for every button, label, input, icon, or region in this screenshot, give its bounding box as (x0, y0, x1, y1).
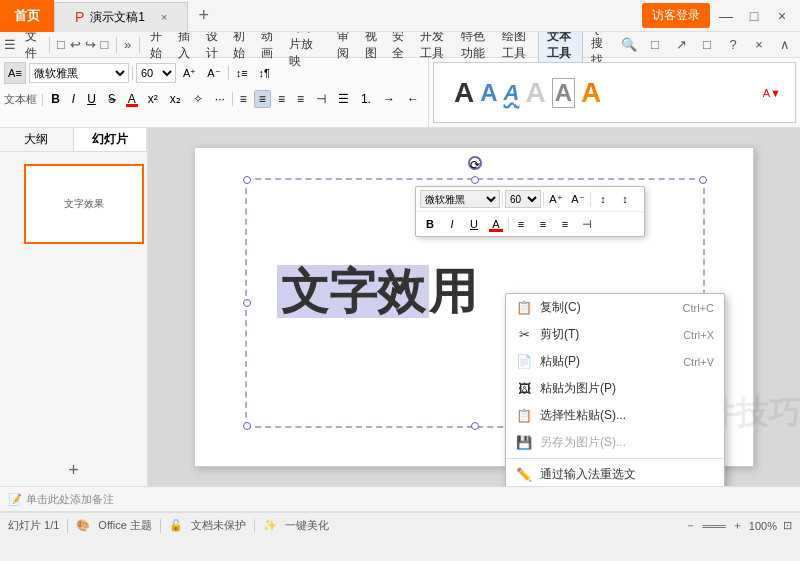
font-style-a4[interactable]: A (525, 79, 545, 107)
rotate-handle[interactable]: ⟳ (468, 156, 482, 170)
font-color-btn[interactable]: A (123, 90, 141, 108)
login-button[interactable]: 访客登录 (642, 3, 710, 28)
ft-underline-btn[interactable]: U (464, 215, 484, 233)
subscript-btn[interactable]: x₂ (165, 90, 186, 108)
ft-align-left-btn[interactable]: ≡ (511, 215, 531, 233)
text-frame-btn[interactable]: A≡ (4, 62, 26, 84)
justify-btn[interactable]: ≡ (292, 90, 309, 108)
zoom-in-btn[interactable]: ＋ (732, 518, 743, 533)
handle-bottom-center[interactable] (471, 422, 479, 430)
ft-size-select[interactable]: 60 (505, 190, 541, 208)
menu-icon-5[interactable]: » (121, 34, 134, 56)
ctx-paste-image[interactable]: 🖼 粘贴为图片(P) (506, 375, 724, 402)
toolbar-icon-1[interactable]: 🔍 (618, 34, 640, 56)
font-select[interactable]: 微软雅黑 (29, 63, 129, 83)
paste-image-icon: 🖼 (516, 381, 532, 397)
numbering-btn[interactable]: 1. (356, 90, 376, 108)
font-style-a1[interactable]: A (454, 79, 474, 107)
size-select[interactable]: 60 (136, 63, 176, 83)
handle-middle-left[interactable] (243, 299, 251, 307)
para-spacing-btn[interactable]: ↕¶ (255, 65, 274, 81)
align-right-btn[interactable]: ≡ (273, 90, 290, 108)
ft-align-right-btn[interactable]: ≡ (555, 215, 575, 233)
ft-lsp-btn[interactable]: ↕ (593, 190, 613, 208)
notes-icon: 📝 (8, 493, 22, 506)
tab-slides[interactable]: 幻灯片 (74, 128, 148, 151)
toolbar-icon-4[interactable]: □ (696, 34, 718, 56)
clear-format-btn[interactable]: ✧ (188, 90, 208, 108)
handle-bottom-left[interactable] (243, 422, 251, 430)
new-tab-button[interactable]: + (188, 5, 219, 26)
notes-bar[interactable]: 📝 单击此处添加备注 (0, 486, 800, 512)
indent-btn[interactable]: → (378, 90, 400, 108)
ctx-paste[interactable]: 📄 粘贴(P) Ctrl+V (506, 348, 724, 375)
bullet-btn[interactable]: ☰ (333, 90, 354, 108)
ctx-ime-reselect[interactable]: ✏️ 通过输入法重选文 (506, 461, 724, 486)
italic-btn[interactable]: I (67, 90, 80, 108)
highlight-btn[interactable]: x² (143, 90, 163, 108)
handle-top-left[interactable] (243, 176, 251, 184)
toolbar-icon-3[interactable]: ↗ (670, 34, 692, 56)
menu-expand-icon[interactable]: ☰ (4, 34, 17, 56)
font-style-a3[interactable]: A (504, 82, 520, 104)
zoom-slider[interactable]: ═══ (702, 520, 725, 532)
align-center-btn[interactable]: ≡ (254, 90, 271, 108)
add-slide-button[interactable]: + (62, 458, 86, 482)
slide-text-content[interactable]: 文字效用 (277, 260, 477, 324)
ctx-paste-special[interactable]: 📋 选择性粘贴(S)... (506, 402, 724, 429)
menu-icon-1[interactable]: □ (55, 34, 68, 56)
line-spacing-btn[interactable]: ↕≡ (232, 65, 252, 81)
menu-icon-3[interactable]: ↪ (84, 34, 97, 56)
close-button[interactable]: × (770, 6, 794, 26)
toolbar-icon-2[interactable]: □ (644, 34, 666, 56)
status-sep-2 (160, 519, 161, 533)
slide-thumb-text: 文字效果 (64, 197, 104, 211)
text-dir-btn[interactable]: ⊣ (311, 90, 331, 108)
toolbar-icon-7[interactable]: ∧ (774, 34, 796, 56)
align-left-btn[interactable]: ≡ (235, 90, 252, 108)
more-format-btn[interactable]: ··· (210, 90, 230, 108)
strikethrough-btn[interactable]: S̶ (103, 90, 121, 108)
minimize-button[interactable]: — (714, 6, 738, 26)
decrease-font-btn[interactable]: A⁻ (203, 65, 224, 82)
outdent-btn[interactable]: ← (402, 90, 424, 108)
title-bar: 首页 P 演示文稿1 × + 访客登录 — □ × (0, 0, 800, 32)
doc-tab-label: 演示文稿1 (90, 9, 145, 26)
ft-psp-btn[interactable]: ↕ (615, 190, 635, 208)
ctx-cut[interactable]: ✂ 剪切(T) Ctrl+X (506, 321, 724, 348)
increase-font-btn[interactable]: A⁺ (179, 65, 200, 82)
handle-top-right[interactable] (699, 176, 707, 184)
ft-align-center-btn[interactable]: ≡ (533, 215, 553, 233)
font-style-a5[interactable]: A (552, 78, 575, 108)
ft-grow-btn[interactable]: A⁺ (546, 190, 566, 208)
menu-icon-4[interactable]: □ (98, 34, 111, 56)
tab-outline[interactable]: 大纲 (0, 128, 74, 151)
ctx-copy[interactable]: 📋 复制(C) Ctrl+C (506, 294, 724, 321)
maximize-button[interactable]: □ (742, 6, 766, 26)
ime-icon: ✏️ (516, 467, 532, 483)
menu-icon-2[interactable]: ↩ (69, 34, 82, 56)
home-tab[interactable]: 首页 (0, 0, 54, 32)
font-style-a2[interactable]: A (480, 81, 497, 105)
ctx-ime-label: 通过输入法重选文 (540, 466, 636, 483)
ft-indent-btn[interactable]: ⊣ (577, 215, 597, 233)
ft-font-select[interactable]: 微软雅黑 (420, 190, 500, 208)
ft-shrink-btn[interactable]: A⁻ (568, 190, 588, 208)
tab-close-icon[interactable]: × (161, 11, 167, 23)
handle-top-center[interactable] (471, 176, 479, 184)
font-color-right-btn[interactable]: A▼ (759, 85, 785, 101)
slide-thumbnail[interactable]: 文字效果 (24, 164, 144, 244)
underline-btn[interactable]: U (82, 90, 101, 108)
toolbar-icon-6[interactable]: × (748, 34, 770, 56)
ft-color-btn[interactable]: A (486, 215, 506, 233)
beautify-label[interactable]: 一键美化 (285, 518, 329, 533)
fit-btn[interactable]: ⊡ (783, 519, 792, 532)
doc-tab[interactable]: P 演示文稿1 × (54, 2, 188, 32)
font-style-a6[interactable]: A (581, 79, 601, 107)
bold-btn[interactable]: B (46, 90, 65, 108)
zoom-out-btn[interactable]: － (685, 518, 696, 533)
slide-canvas[interactable]: ⟳ 文字效用 微软雅黑 (194, 147, 754, 467)
ft-bold-btn[interactable]: B (420, 215, 440, 233)
ft-italic-btn[interactable]: I (442, 215, 462, 233)
toolbar-icon-5[interactable]: ? (722, 34, 744, 56)
